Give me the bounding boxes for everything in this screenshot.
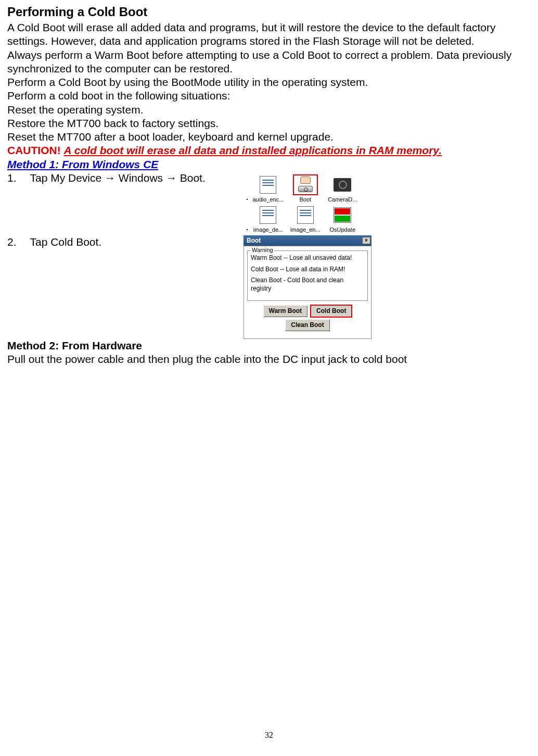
paragraph-2: Always perform a Warm Boot before attemp…	[7, 48, 531, 76]
step-1-text: 1. Tap My Device → Windows → Boot.	[7, 171, 244, 185]
situation-3: Reset the MT700 after a boot loader, key…	[7, 130, 531, 144]
warm-boot-button[interactable]: Warm Boot	[263, 305, 308, 317]
page-number: 32	[0, 730, 538, 740]
document-icon	[260, 176, 276, 194]
file-item-image-de[interactable]: image_de...	[250, 205, 287, 234]
step-2-row: 2. Tap Cold Boot. Boot × Warning Warm Bo…	[7, 235, 531, 338]
step-1-arrow-2: →	[166, 172, 177, 184]
warning-fieldset: Warning Warm Boot -- Lose all unsaved da…	[247, 250, 368, 300]
step-2-text: 2. Tap Cold Boot.	[7, 235, 244, 249]
step-1-number: 1.	[7, 171, 27, 185]
section-heading: Performing a Cold Boot	[7, 4, 531, 20]
close-icon: ×	[365, 238, 368, 243]
step-1-part-a: Tap My Device	[30, 172, 105, 184]
button-row-2: Clean Boot	[247, 319, 368, 331]
list-dot: .	[246, 220, 250, 233]
caution-line: CAUTION! A cold boot will erase all data…	[7, 144, 531, 157]
warning-cold: Cold Boot -- Lose all data in RAM!	[251, 266, 364, 274]
figure-boot-dialog: Boot × Warning Warm Boot -- Lose all uns…	[244, 235, 372, 338]
file-item-osupdate[interactable]: OsUpdate	[324, 205, 361, 234]
file-item-camerad[interactable]: CameraD...	[324, 174, 361, 204]
dialog-title: Boot	[247, 237, 261, 245]
situation-1: Reset the operating system.	[7, 103, 531, 117]
warning-warm: Warm Boot -- Lose all unsaved data!	[251, 254, 364, 262]
document-icon	[260, 206, 276, 224]
button-row-1: Warm Boot Cold Boot	[247, 305, 368, 317]
step-1-part-b: Windows	[119, 172, 166, 184]
list-dot: .	[246, 190, 250, 203]
camera-icon	[334, 178, 351, 192]
file-item-audio-enc[interactable]: audio_enc...	[250, 174, 287, 204]
step-2-content: Tap Cold Boot.	[30, 236, 101, 248]
file-label: image_en...	[290, 226, 320, 233]
method-2-title: Method 2: From Hardware	[7, 339, 531, 352]
situation-2: Restore the MT700 back to factory settin…	[7, 117, 531, 130]
step-1-part-c: Boot.	[180, 172, 206, 184]
step-2-number: 2.	[7, 235, 27, 249]
file-label: Boot	[300, 196, 312, 203]
caution-prefix: CAUTION!	[7, 144, 64, 156]
step-1-row: 1. Tap My Device → Windows → Boot. . aud…	[7, 171, 531, 236]
file-item-image-en[interactable]: image_en...	[287, 205, 324, 234]
method-2-text: Pull out the power cable and then plug t…	[7, 352, 531, 366]
file-label: CameraD...	[328, 196, 357, 203]
paragraph-1: A Cold Boot will erase all added data an…	[7, 21, 531, 48]
close-button[interactable]: ×	[362, 237, 370, 244]
clean-boot-button[interactable]: Clean Boot	[285, 319, 329, 331]
paragraph-4: Perform a cold boot in the following sit…	[7, 89, 531, 103]
fieldset-legend: Warning	[251, 247, 274, 254]
osupdate-icon	[334, 207, 351, 223]
method-1-title: Method 1: From Windows CE	[7, 158, 531, 171]
warning-clean: Clean Boot - Cold Boot and clean registr…	[251, 276, 364, 293]
paragraph-3: Perform a Cold Boot by using the BootMod…	[7, 75, 531, 89]
caution-text: A cold boot will erase all data and inst…	[64, 144, 442, 156]
document-icon	[297, 206, 314, 224]
file-item-boot[interactable]: Boot	[287, 174, 324, 204]
boot-icon	[296, 175, 315, 194]
step-1-arrow-1: →	[105, 172, 116, 184]
cold-boot-button[interactable]: Cold Boot	[311, 305, 352, 317]
file-label: OsUpdate	[330, 226, 356, 233]
dialog-body: Warning Warm Boot -- Lose all unsaved da…	[244, 246, 372, 338]
file-label: audio_enc...	[252, 196, 284, 203]
file-label: image_de...	[253, 226, 283, 233]
dialog-titlebar: Boot ×	[244, 235, 372, 246]
figure-windows-folder: . audio_enc... Boot CameraD... .	[244, 171, 363, 236]
